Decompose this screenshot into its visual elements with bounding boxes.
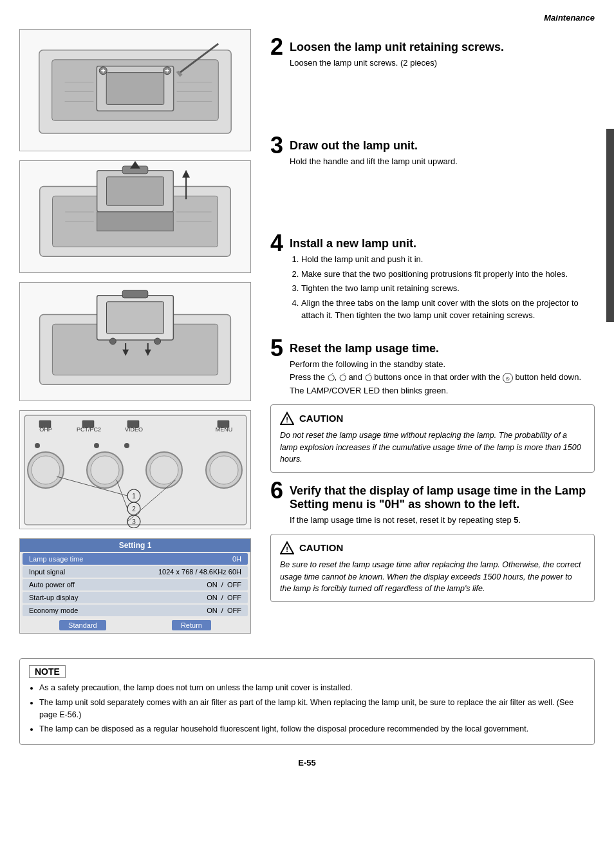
- svg-point-62: [124, 443, 129, 448]
- svg-rect-25: [97, 212, 174, 231]
- step-4-item-2: Make sure that the two positioning protr…: [301, 268, 595, 281]
- svg-point-41: [109, 338, 116, 344]
- menu-standard-button[interactable]: Standard: [59, 620, 106, 630]
- caution-1-box: ! CAUTION Do not reset the lamp usage ti…: [270, 404, 595, 473]
- note-items: As a safety precaution, the lamp does no…: [29, 682, 585, 735]
- note-item-1: As a safety precaution, the lamp does no…: [39, 682, 585, 694]
- svg-point-59: [210, 456, 238, 484]
- menu-row-input: Input signal 1024 x 768 / 48.6KHz 60H: [23, 566, 248, 578]
- step-2-number: 2: [270, 35, 283, 59]
- caution-1-triangle-icon: !: [280, 411, 294, 426]
- svg-rect-51: [218, 420, 229, 428]
- caution-1-text: Do not reset the lamp usage time without…: [280, 429, 585, 466]
- note-item-2: The lamp unit sold separately comes with…: [39, 697, 585, 721]
- right-column: 2 Loosen the lamp unit retaining screws.…: [270, 29, 595, 643]
- menu-title: Setting 1: [20, 539, 250, 552]
- step-2-title: Loosen the lamp unit retaining screws.: [290, 35, 595, 54]
- step-4-item-3: Tighten the two lamp unit retaining scre…: [301, 282, 595, 295]
- step-4-title: Install a new lamp unit.: [290, 232, 595, 250]
- illustration-step4: [19, 282, 251, 401]
- step-6-title: Verify that the display of lamp usage ti…: [290, 479, 595, 511]
- note-box: NOTE As a safety precaution, the lamp do…: [19, 658, 595, 745]
- svg-rect-3: [106, 73, 164, 105]
- menu-row-economy: Economy mode ON / OFF: [23, 605, 248, 616]
- step-4-item-4: Align the three tabs on the lamp unit co…: [301, 297, 595, 322]
- step-6-block: 6 Verify that the display of lamp usage …: [270, 479, 595, 527]
- page-number: E-55: [19, 758, 595, 768]
- step-6-number: 6: [270, 479, 283, 502]
- step-3-block: 3 Draw out the lamp unit. Hold the handl…: [270, 134, 595, 168]
- step-5-number: 5: [270, 337, 283, 360]
- step-4-block: 4 Install a new lamp unit. Hold the lamp…: [270, 232, 595, 324]
- svg-point-53: [32, 456, 60, 484]
- menu-footer: Standard Return: [20, 618, 250, 633]
- svg-rect-45: [39, 420, 51, 428]
- step-3-title: Draw out the lamp unit.: [290, 134, 595, 153]
- caution-2-label: CAUTION: [299, 542, 343, 553]
- step-4-number: 4: [270, 232, 283, 255]
- note-label: NOTE: [29, 665, 66, 678]
- svg-text:2: 2: [132, 505, 136, 513]
- menu-row-startup: Start-up display ON / OFF: [23, 592, 248, 603]
- svg-text:1: 1: [132, 493, 136, 500]
- menu-return-button[interactable]: Return: [172, 620, 211, 630]
- main-content: OHP PCT/PC2 VIDEO MENU: [19, 29, 595, 643]
- caution-2-text: Be sure to reset the lamp usage time aft…: [280, 559, 585, 595]
- caution-1-header: ! CAUTION: [280, 411, 585, 426]
- menu-row-autopower: Auto power off ON / OFF: [23, 579, 248, 590]
- svg-marker-23: [130, 161, 140, 169]
- svg-rect-47: [82, 420, 94, 428]
- illustration-step6-menu: Setting 1 Lamp usage time 0H Input signa…: [19, 538, 251, 634]
- step-2-block: 2 Loosen the lamp unit retaining screws.…: [270, 35, 595, 70]
- svg-point-61: [94, 443, 99, 448]
- svg-point-42: [154, 338, 161, 344]
- svg-point-57: [150, 456, 178, 484]
- step-5-block: 5 Reset the lamp usage time. Perform the…: [270, 337, 595, 398]
- illustration-step3: [19, 160, 251, 273]
- step-3-number: 3: [270, 134, 283, 157]
- section-header: Maintenance: [19, 13, 595, 23]
- caution-2-triangle-icon: !: [280, 541, 294, 555]
- caution-2-header: ! CAUTION: [280, 541, 585, 555]
- step-5-title: Reset the lamp usage time.: [290, 337, 595, 355]
- menu-row-lamp: Lamp usage time 0H: [23, 553, 248, 565]
- left-column: OHP PCT/PC2 VIDEO MENU: [19, 29, 257, 643]
- step-3-body: Hold the handle and lift the lamp unit u…: [290, 155, 595, 168]
- svg-point-60: [35, 443, 40, 448]
- step-5-body: Perform the following in the standby sta…: [290, 358, 595, 398]
- svg-rect-36: [122, 290, 148, 298]
- step-4-body: Hold the lamp unit and push it in. Make …: [290, 253, 595, 324]
- caution-2-box: ! CAUTION Be sure to reset the lamp usag…: [270, 534, 595, 602]
- illustration-step2: [19, 29, 251, 151]
- caution-1-label: CAUTION: [299, 413, 343, 424]
- svg-text:3: 3: [132, 518, 136, 525]
- step-6-body: If the lamp usage time is not reset, res…: [290, 514, 595, 527]
- note-item-3: The lamp can be disposed as a regular ho…: [39, 723, 585, 735]
- right-edge-accent: [606, 129, 614, 322]
- page: Maintenance: [0, 0, 614, 868]
- step-4-item-1: Hold the lamp unit and push it in.: [301, 253, 595, 266]
- svg-rect-49: [127, 420, 139, 428]
- svg-rect-35: [106, 302, 163, 334]
- svg-text:!: !: [286, 416, 288, 424]
- svg-point-55: [91, 456, 119, 484]
- svg-text:!: !: [286, 545, 288, 553]
- svg-rect-21: [107, 177, 164, 205]
- illustration-step5-panel: OHP PCT/PC2 VIDEO MENU: [19, 410, 251, 529]
- step-2-body: Loosen the lamp unit screws. (2 pieces): [290, 57, 595, 70]
